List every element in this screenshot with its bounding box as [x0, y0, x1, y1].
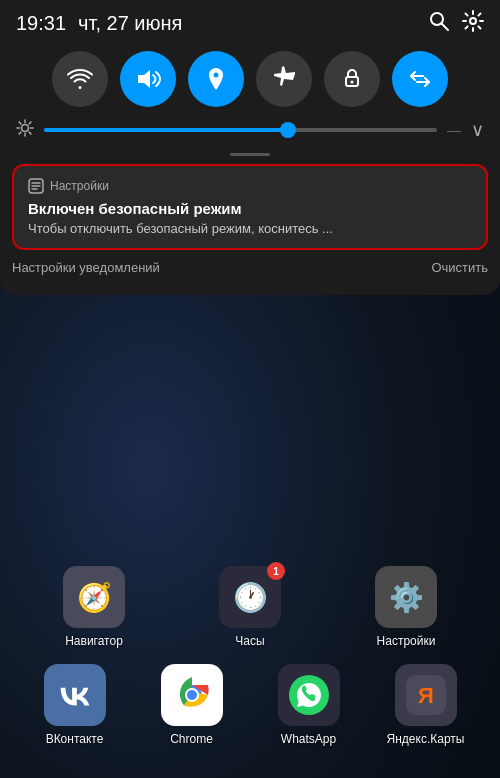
svg-point-11: [214, 73, 219, 78]
clock-badge: 1: [267, 562, 285, 580]
svg-line-19: [19, 122, 21, 124]
svg-point-3: [187, 690, 197, 700]
brightness-right-icon: —: [447, 122, 461, 138]
svg-point-13: [351, 81, 354, 84]
svg-marker-10: [138, 70, 150, 88]
divider: [230, 153, 270, 156]
notification-actions: Настройки уведомлений Очистить: [12, 256, 488, 279]
tile-data[interactable]: [392, 51, 448, 107]
brightness-fill: [44, 128, 288, 132]
app-label-yandex: Яндекс.Карты: [387, 732, 465, 746]
svg-point-9: [470, 18, 476, 24]
quick-tiles: [0, 43, 500, 115]
tile-sound[interactable]: [120, 51, 176, 107]
notification-app-name: Настройки: [50, 179, 109, 193]
notification-header: Настройки: [28, 178, 472, 194]
svg-text:Я: Я: [418, 683, 434, 708]
status-bar: 19:31 чт, 27 июня: [0, 0, 500, 43]
app-label-whatsapp: WhatsApp: [281, 732, 336, 746]
notification-body: Чтобы отключить безопасный режим, коснит…: [28, 221, 472, 236]
app-grid: 🧭 Навигатор 🕐 1 Часы ⚙️ Настройки В: [0, 546, 500, 778]
svg-line-20: [29, 132, 31, 134]
app-row-2: ВКонтакте Chrome: [16, 664, 484, 746]
status-date: чт, 27 июня: [78, 12, 182, 35]
app-icon-navigator: 🧭: [63, 566, 125, 628]
app-item-whatsapp[interactable]: WhatsApp: [269, 664, 349, 746]
notification-shade: 19:31 чт, 27 июня: [0, 0, 500, 295]
app-icon-yandex: Я: [395, 664, 457, 726]
svg-line-21: [29, 122, 31, 124]
app-label-chrome: Chrome: [170, 732, 213, 746]
svg-line-22: [19, 132, 21, 134]
notification-app-icon: [28, 178, 44, 194]
app-item-settings[interactable]: ⚙️ Настройки: [366, 566, 446, 648]
status-time: 19:31: [16, 12, 66, 35]
brightness-slider[interactable]: [44, 128, 437, 132]
settings-icon[interactable]: [462, 10, 484, 37]
app-label-vk: ВКонтакте: [46, 732, 104, 746]
tile-wifi[interactable]: [52, 51, 108, 107]
svg-point-14: [22, 125, 29, 132]
app-item-chrome[interactable]: Chrome: [152, 664, 232, 746]
app-icon-whatsapp: [278, 664, 340, 726]
status-icons: [428, 10, 484, 37]
brightness-icon: [16, 119, 34, 141]
notification-clear-btn[interactable]: Очистить: [431, 256, 488, 279]
brightness-row: — ∨: [0, 115, 500, 149]
expand-icon[interactable]: ∨: [471, 119, 484, 141]
app-row-1: 🧭 Навигатор 🕐 1 Часы ⚙️ Настройки: [16, 566, 484, 648]
app-icon-clock: 🕐 1: [219, 566, 281, 628]
notification-settings-btn[interactable]: Настройки уведомлений: [12, 256, 160, 279]
app-label-settings: Настройки: [377, 634, 436, 648]
app-item-yandex[interactable]: Я Яндекс.Карты: [386, 664, 466, 746]
svg-line-8: [442, 24, 449, 31]
app-item-vk[interactable]: ВКонтакте: [35, 664, 115, 746]
app-item-clock[interactable]: 🕐 1 Часы: [210, 566, 290, 648]
brightness-thumb: [280, 122, 296, 138]
notification-title: Включен безопасный режим: [28, 200, 472, 217]
tile-airplane[interactable]: [256, 51, 312, 107]
search-icon[interactable]: [428, 10, 450, 37]
app-icon-vk: [44, 664, 106, 726]
svg-point-4: [289, 675, 329, 715]
app-icon-chrome: [161, 664, 223, 726]
tile-location[interactable]: [188, 51, 244, 107]
app-icon-settings: ⚙️: [375, 566, 437, 628]
app-item-navigator[interactable]: 🧭 Навигатор: [54, 566, 134, 648]
tile-lock-rotation[interactable]: [324, 51, 380, 107]
notification-card[interactable]: Настройки Включен безопасный режим Чтобы…: [12, 164, 488, 250]
app-label-navigator: Навигатор: [65, 634, 123, 648]
app-label-clock: Часы: [235, 634, 264, 648]
